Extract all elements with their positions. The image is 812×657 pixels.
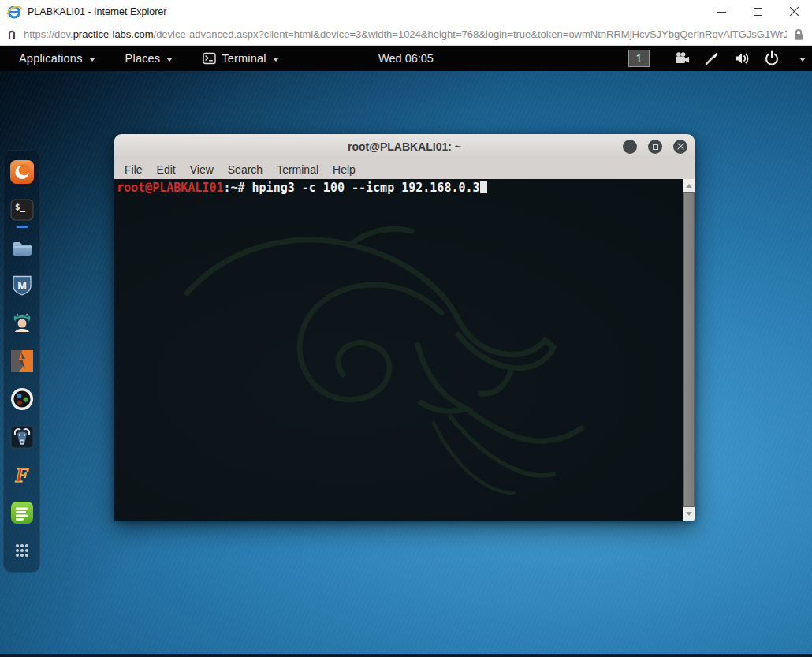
wand-icon[interactable] — [703, 50, 721, 67]
browser-titlebar: PLABKALI01 - Internet Explorer — [0, 0, 812, 24]
maltego-icon — [9, 386, 35, 412]
gnome-top-panel: Applications Places Terminal — [0, 46, 812, 71]
workspace-indicator[interactable]: 1 — [628, 50, 650, 67]
terminal-maximize-button[interactable] — [648, 140, 662, 154]
svg-text:M: M — [17, 279, 27, 292]
dock-item-terminal[interactable]: $_ — [9, 197, 35, 222]
terminal-app-menu[interactable]: Terminal — [193, 46, 288, 71]
camera-icon[interactable] — [673, 50, 691, 67]
window-maximize-button[interactable] — [739, 0, 776, 24]
minimize-icon — [627, 147, 633, 147]
applications-menu[interactable]: Applications — [9, 46, 105, 71]
terminal-body[interactable]: root@PLABKALI01:~#hping3 -c 100 --icmp 1… — [114, 179, 695, 521]
url-text[interactable]: https://dev.practice-labs.com/device-adv… — [24, 28, 787, 40]
menu-file[interactable]: File — [117, 163, 150, 176]
text-cursor — [480, 181, 487, 193]
url-prefix: https://dev. — [24, 28, 73, 40]
terminal-app-icon: $_ — [9, 197, 35, 222]
dock-item-beef[interactable] — [9, 424, 35, 450]
terminal-menu-label: Terminal — [222, 52, 266, 65]
screen: PLABKALI01 - Internet Explorer https://d… — [0, 0, 812, 657]
arrow-up-icon — [686, 184, 692, 188]
clock[interactable]: Wed 06:05 — [378, 46, 434, 71]
volume-icon[interactable] — [733, 50, 751, 67]
firefox-icon — [9, 159, 35, 185]
chevron-down-icon — [89, 58, 95, 62]
typed-command: hping3 -c 100 --icmp 192.168.0.3 — [252, 181, 480, 195]
dock-item-burpsuite[interactable] — [9, 349, 35, 374]
menu-edit[interactable]: Edit — [150, 163, 183, 176]
scroll-down-button[interactable] — [683, 507, 695, 521]
browser-address-bar: https://dev.practice-labs.com/device-adv… — [0, 24, 812, 46]
panel-menus: Applications Places Terminal — [0, 46, 289, 71]
url-domain: practice-labs.com — [73, 28, 154, 40]
kali-dragon-watermark — [179, 217, 609, 497]
minimize-icon — [717, 12, 726, 13]
maximize-icon — [653, 144, 658, 150]
site-favicon-icon — [6, 28, 19, 41]
dock-item-metasploit[interactable]: M — [9, 273, 35, 298]
dock-item-cherrytree[interactable] — [9, 500, 35, 525]
panel-system-tray: 1 — [628, 46, 806, 71]
show-applications-icon — [9, 538, 35, 563]
chevron-down-icon — [166, 58, 173, 62]
internet-explorer-icon — [6, 4, 22, 20]
window-close-button[interactable] — [776, 0, 812, 24]
terminal-title: root@PLABKALI01: ~ — [348, 140, 461, 153]
dock: $_ M — [3, 150, 40, 573]
terminal-prompt-line: root@PLABKALI01:~#hping3 -c 100 --icmp 1… — [117, 181, 487, 195]
terminal-window: root@PLABKALI01: ~ File Edit View Search… — [114, 134, 695, 521]
arrow-down-icon — [686, 512, 692, 516]
window-controls — [703, 0, 812, 24]
menu-search[interactable]: Search — [221, 163, 270, 176]
terminal-close-button[interactable] — [673, 140, 687, 154]
scrollbar-thumb[interactable] — [683, 192, 695, 507]
browser-title: PLABKALI01 - Internet Explorer — [28, 6, 166, 17]
menu-help[interactable]: Help — [326, 163, 363, 176]
faraday-icon: F — [9, 462, 35, 487]
prompt-suffix: :~# — [223, 181, 244, 195]
chevron-down-icon — [273, 58, 279, 62]
places-menu-label: Places — [125, 52, 161, 65]
terminal-scrollbar[interactable] — [683, 179, 695, 521]
scroll-up-button[interactable] — [683, 179, 695, 192]
armitage-icon — [9, 311, 35, 336]
page-bottom-strip — [0, 654, 812, 657]
cherrytree-icon — [9, 500, 35, 525]
terminal-titlebar[interactable]: root@PLABKALI01: ~ — [114, 134, 695, 159]
beef-icon — [9, 424, 35, 450]
terminal-window-controls — [623, 140, 687, 154]
terminal-icon — [203, 52, 216, 65]
svg-text:F: F — [14, 464, 28, 487]
terminal-minimize-button[interactable] — [623, 140, 637, 154]
window-minimize-button[interactable] — [703, 0, 739, 24]
kali-desktop: Applications Places Terminal — [0, 46, 812, 654]
menu-terminal[interactable]: Terminal — [270, 163, 326, 176]
running-indicator — [16, 226, 28, 228]
dock-item-show-applications[interactable] — [9, 538, 35, 563]
dock-item-files[interactable] — [9, 235, 35, 260]
prompt-user: root@PLABKALI01 — [117, 181, 223, 195]
menu-view[interactable]: View — [183, 163, 221, 176]
dock-item-faraday[interactable]: F — [9, 462, 35, 487]
metasploit-icon: M — [9, 273, 35, 298]
burpsuite-icon — [9, 349, 35, 374]
places-menu[interactable]: Places — [116, 46, 183, 71]
maximize-icon — [754, 8, 762, 16]
dock-item-maltego[interactable] — [9, 386, 35, 412]
chevron-down-icon[interactable] — [799, 58, 806, 62]
close-icon — [789, 7, 799, 17]
lock-icon — [792, 28, 806, 42]
close-icon — [677, 144, 684, 151]
url-path: /device-advanced.aspx?client=html&device… — [154, 28, 787, 40]
svg-text:$_: $_ — [15, 202, 26, 212]
applications-menu-label: Applications — [19, 52, 83, 65]
dock-item-armitage[interactable] — [9, 311, 35, 336]
dock-item-firefox[interactable] — [9, 159, 35, 185]
folder-icon — [9, 235, 35, 260]
power-icon[interactable] — [763, 50, 780, 67]
terminal-menubar: File Edit View Search Terminal Help — [114, 159, 695, 179]
